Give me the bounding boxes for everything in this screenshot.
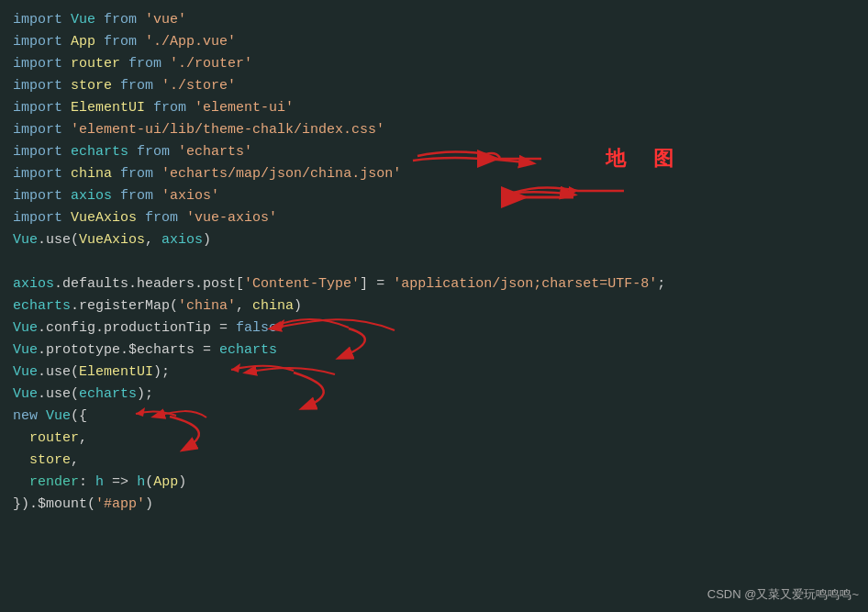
csdn-watermark: CSDN @又菜又爱玩鸣鸣鸣~ — [707, 586, 859, 603]
code-line-3: import router from './router' — [13, 53, 855, 75]
chinese-annotation: 地 图 — [606, 145, 684, 172]
code-line-5: import ElementUI from 'element-ui' — [13, 97, 855, 119]
code-line-2: import App from './App.vue' — [13, 31, 855, 53]
code-line-1: import Vue from 'vue' — [13, 9, 855, 31]
code-line-10: import VueAxios from 'vue-axios' — [13, 207, 855, 229]
code-line-21: store, — [13, 450, 855, 472]
code-line-18: Vue.use(echarts); — [13, 384, 855, 406]
code-line-6: import 'element-ui/lib/theme-chalk/index… — [13, 119, 855, 141]
code-line-20: router, — [13, 428, 855, 450]
code-line-19: new Vue({ — [13, 406, 855, 428]
code-line-14: echarts.registerMap('china', china) — [13, 295, 855, 317]
code-line-8: import china from 'echarts/map/json/chin… — [13, 163, 855, 185]
code-line-13: axios.defaults.headers.post['Content-Typ… — [13, 273, 855, 295]
code-line-22: render: h => h(App) — [13, 472, 855, 494]
code-line-12 — [13, 251, 855, 273]
code-line-11: Vue.use(VueAxios, axios) — [13, 229, 855, 251]
code-line-7: import echarts from 'echarts' — [13, 141, 855, 163]
code-line-17: Vue.use(ElementUI); — [13, 362, 855, 384]
code-line-23: }).$mount('#app') — [13, 494, 855, 516]
code-line-4: import store from './store' — [13, 75, 855, 97]
code-line-9: import axios from 'axios' — [13, 185, 855, 207]
code-line-15: Vue.config.productionTip = false — [13, 317, 855, 339]
code-editor: import Vue from 'vue' import App from '.… — [0, 0, 868, 525]
code-line-16: Vue.prototype.$echarts = echarts — [13, 339, 855, 362]
